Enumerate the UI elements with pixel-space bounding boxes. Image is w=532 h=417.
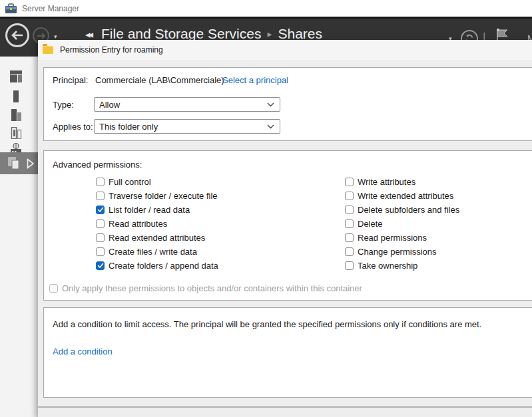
permission-row[interactable]: Full control <box>96 177 151 186</box>
permission-row[interactable]: Read extended attributes <box>96 233 205 242</box>
select-principal-link[interactable]: Select a principal <box>222 75 288 85</box>
checkbox[interactable] <box>96 206 105 214</box>
principal-label: Principal: <box>53 75 88 85</box>
permission-row[interactable]: Delete subfolders and files <box>345 205 459 214</box>
principal-groupbox: Principal: Commerciale (LAB\Commerciale)… <box>43 67 532 141</box>
dialog-title: Permission Entry for roaming <box>60 45 163 55</box>
type-select-value: Allow <box>99 100 120 110</box>
chevron-down-icon <box>267 124 274 129</box>
applies-to-label: Applies to: <box>53 122 93 132</box>
permission-row[interactable]: Delete <box>345 219 383 228</box>
window-titlebar: Server Manager <box>0 0 532 17</box>
checkbox[interactable] <box>345 261 354 270</box>
checkbox[interactable] <box>345 178 354 186</box>
principal-value: Commerciale (LAB\Commerciale) <box>95 75 224 85</box>
chevron-down-icon <box>267 102 274 107</box>
permission-row[interactable]: Change permissions <box>345 247 437 256</box>
checkbox <box>49 284 58 293</box>
checkbox-label: Read permissions <box>358 233 427 243</box>
permission-row[interactable]: Write extended attributes <box>345 191 453 200</box>
checkbox-label: Read attributes <box>109 219 167 229</box>
add-condition-link[interactable]: Add a condition <box>53 347 113 356</box>
checkbox[interactable] <box>96 233 105 242</box>
checkbox-label: Only apply these permissions to objects … <box>62 283 362 293</box>
applies-to-select[interactable]: This folder only <box>94 119 280 134</box>
condition-description: Add a condition to limit access. The pri… <box>53 319 481 329</box>
checkbox-label: Delete <box>358 219 383 229</box>
window-title: Server Manager <box>22 4 79 13</box>
sidebar-nav <box>0 57 38 417</box>
checkbox-label: Write attributes <box>358 177 415 187</box>
dialog-titlebar[interactable]: Permission Entry for roaming <box>38 40 532 60</box>
file-storage-icon <box>7 156 22 170</box>
sidebar-item-all-servers[interactable] <box>8 107 24 123</box>
checkbox[interactable] <box>345 192 354 200</box>
checkbox[interactable] <box>96 261 105 270</box>
checkbox[interactable] <box>345 233 354 242</box>
checkbox-label: List folder / read data <box>109 205 190 215</box>
permission-row[interactable]: Traverse folder / execute file <box>96 191 218 200</box>
applies-to-select-value: This folder only <box>99 122 158 132</box>
sidebar-item-server-group[interactable] <box>8 125 24 141</box>
sidebar-item-local-server[interactable] <box>8 88 24 104</box>
permission-entry-dialog: Permission Entry for roaming Principal: … <box>38 40 532 417</box>
checkbox-label: Create folders / append data <box>109 261 218 271</box>
checkbox[interactable] <box>345 206 354 214</box>
checkbox-label: Traverse folder / execute file <box>109 191 218 201</box>
sidebar-expand-arrow-icon[interactable] <box>27 158 35 169</box>
checkbox-label: Take ownership <box>358 261 417 271</box>
all-servers-icon <box>9 109 23 121</box>
folder-icon <box>43 46 53 54</box>
checkbox-label: Create files / write data <box>109 247 197 257</box>
checkbox-label: Read extended attributes <box>109 233 205 243</box>
server-manager-window: Server Manager ▾ ◂◂ File and Storage Ser… <box>0 0 532 417</box>
permission-row[interactable]: Take ownership <box>345 261 417 270</box>
advanced-permissions-label: Advanced permissions: <box>53 160 142 170</box>
advanced-permissions-groupbox: Advanced permissions: Full control Trave… <box>43 150 532 301</box>
dialog-footer-divider <box>38 406 532 408</box>
type-label: Type: <box>53 100 74 110</box>
checkbox[interactable] <box>96 192 105 200</box>
permission-row[interactable]: Read attributes <box>96 219 167 228</box>
checkbox[interactable] <box>96 178 105 186</box>
checkbox[interactable] <box>345 219 354 228</box>
server-group-icon <box>9 127 23 139</box>
permission-row[interactable]: Read permissions <box>345 233 427 242</box>
checkbox-label: Full control <box>109 177 151 187</box>
checkbox[interactable] <box>96 247 105 256</box>
checkbox-label: Write extended attributes <box>358 191 453 201</box>
permission-row[interactable]: Write attributes <box>345 177 415 186</box>
permission-row[interactable]: List folder / read data <box>96 205 190 214</box>
checkbox[interactable] <box>345 247 354 256</box>
sidebar-item-file-storage-selected[interactable] <box>0 152 38 174</box>
sidebar-item-dashboard[interactable] <box>8 69 24 84</box>
local-server-icon <box>9 90 23 102</box>
dashboard-icon <box>9 70 23 82</box>
checkbox-label: Change permissions <box>358 247 437 257</box>
only-apply-row: Only apply these permissions to objects … <box>49 283 362 293</box>
checkbox-label: Delete subfolders and files <box>358 205 459 215</box>
type-select[interactable]: Allow <box>94 97 280 112</box>
condition-groupbox: Add a condition to limit access. The pri… <box>43 307 532 398</box>
checkbox[interactable] <box>96 219 105 228</box>
permission-row[interactable]: Create folders / append data <box>96 261 218 270</box>
permission-row[interactable]: Create files / write data <box>96 247 197 256</box>
server-manager-logo-icon <box>5 3 17 13</box>
